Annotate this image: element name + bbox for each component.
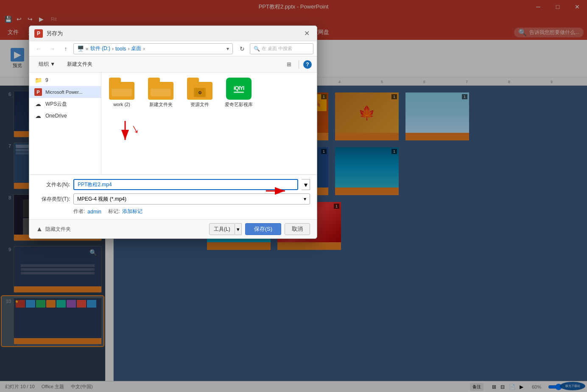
cancel-button[interactable]: 取消 bbox=[285, 223, 310, 235]
sidebar-item-label-wps: WPS云盘 bbox=[45, 101, 67, 108]
help-btn[interactable]: ? bbox=[303, 60, 312, 69]
sidebar-item-label-9: 9 bbox=[45, 77, 48, 83]
file-item-iqiyi[interactable]: iQIYI 爱奇艺影视库 bbox=[222, 76, 256, 109]
view-toggle-btn[interactable]: ⊞ bbox=[283, 59, 294, 70]
dialog-sidebar-item-9[interactable]: 📁 9 bbox=[29, 74, 101, 86]
filename-row: 文件名(N): ▾ bbox=[36, 179, 310, 190]
filetype-row: 保存类型(T): MPEG-4 视频 (*.mp4) ▾ bbox=[36, 193, 310, 204]
dialog-bottom: ▲ 隐藏文件夹 工具(L) ▾ 保存(S) 取消 bbox=[29, 219, 317, 238]
path-tools[interactable]: tools bbox=[115, 46, 126, 52]
dialog-file-area: work (2) 新建文件夹 bbox=[101, 73, 317, 174]
filetype-select[interactable]: MPEG-4 视频 (*.mp4) ▾ bbox=[73, 193, 310, 204]
file-item-work[interactable]: work (2) bbox=[105, 76, 139, 109]
folder-icon-resources: ⚙ bbox=[187, 78, 212, 100]
wps-cloud-icon: ☁ bbox=[34, 100, 42, 108]
path-drive[interactable]: 软件 (D:) bbox=[90, 45, 110, 52]
dialog-toolbar: ← → ↑ 🖥️ « 软件 (D:) › tools › 桌面 › ▾ ↻ 🔍 … bbox=[29, 41, 317, 56]
dialog-forward-btn[interactable]: → bbox=[46, 43, 58, 55]
tag-link[interactable]: 添加标记 bbox=[122, 208, 143, 215]
file-item-newfolder[interactable]: 新建文件夹 bbox=[144, 76, 178, 109]
dialog-sidebar-item-mspower[interactable]: P Microsoft Power... bbox=[29, 86, 101, 98]
dialog-sidebar: 📁 9 P Microsoft Power... ☁ WPS云盘 ☁ OneDr… bbox=[29, 73, 101, 174]
folder-icon-9: 📁 bbox=[34, 76, 42, 84]
organize-btn[interactable]: 组织 ▼ bbox=[34, 59, 59, 70]
file-name-work: work (2) bbox=[113, 101, 130, 107]
powerpoint-icon: P bbox=[34, 88, 42, 96]
dialog-overlay: P 另存为 ✕ ← → ↑ 🖥️ « 软件 (D:) › tools › 桌面 … bbox=[0, 0, 587, 392]
filename-dropdown-btn[interactable]: ▾ bbox=[302, 179, 310, 190]
dialog-action-buttons: 工具(L) ▾ 保存(S) 取消 bbox=[209, 223, 310, 235]
dialog-fields: 文件名(N): ▾ 保存类型(T): MPEG-4 视频 (*.mp4) ▾ 作… bbox=[29, 174, 317, 219]
dialog-body: 📁 9 P Microsoft Power... ☁ WPS云盘 ☁ OneDr… bbox=[29, 73, 317, 174]
save-as-dialog: P 另存为 ✕ ← → ↑ 🖥️ « 软件 (D:) › tools › 桌面 … bbox=[29, 25, 317, 239]
folder-icon-work bbox=[109, 78, 134, 100]
new-folder-btn[interactable]: 新建文件夹 bbox=[63, 59, 97, 70]
filetype-label: 保存类型(T): bbox=[36, 196, 70, 203]
filename-label: 文件名(N): bbox=[36, 181, 70, 188]
dialog-action-bar: 组织 ▼ 新建文件夹 ⊞ ? bbox=[29, 56, 317, 73]
dialog-refresh-btn[interactable]: ↻ bbox=[236, 43, 248, 55]
sidebar-item-label-onedrive: OneDrive bbox=[45, 113, 67, 119]
hide-folders-btn[interactable]: ▲ 隐藏文件夹 bbox=[36, 225, 71, 233]
file-name-resources: 资源文件 bbox=[190, 101, 209, 107]
file-name-newfolder: 新建文件夹 bbox=[149, 101, 173, 107]
meta-row: 作者: admin 标记: 添加标记 bbox=[36, 208, 310, 215]
dialog-path-bar: 🖥️ « 软件 (D:) › tools › 桌面 › ▾ bbox=[73, 43, 233, 54]
save-button[interactable]: 保存(S) bbox=[245, 223, 281, 235]
author-item: 作者: admin bbox=[73, 208, 101, 215]
dialog-title-icon: P bbox=[34, 29, 43, 38]
dialog-sidebar-item-onedrive[interactable]: ☁ OneDrive bbox=[29, 110, 101, 122]
file-name-iqiyi: 爱奇艺影视库 bbox=[225, 101, 253, 107]
folder-icon-newfolder bbox=[148, 78, 173, 100]
filename-input[interactable] bbox=[73, 179, 298, 190]
dialog-sidebar-item-wps[interactable]: ☁ WPS云盘 bbox=[29, 98, 101, 110]
dialog-back-btn[interactable]: ← bbox=[33, 43, 45, 55]
dialog-search[interactable]: 🔍 在 桌面 中搜索 bbox=[250, 43, 313, 54]
tools-arrow-btn[interactable]: ▾ bbox=[235, 223, 242, 235]
sidebar-item-label-mspower: Microsoft Power... bbox=[45, 90, 82, 95]
dialog-title-text: 另存为 bbox=[46, 30, 298, 37]
file-item-resources[interactable]: ⚙ 资源文件 bbox=[183, 76, 217, 109]
iqiyi-icon: iQIYI bbox=[226, 78, 252, 100]
author-value[interactable]: admin bbox=[87, 209, 101, 215]
path-desktop[interactable]: 桌面 bbox=[131, 45, 141, 52]
tools-btn[interactable]: 工具(L) bbox=[209, 223, 235, 235]
dialog-close-btn[interactable]: ✕ bbox=[302, 28, 312, 39]
tag-item: 标记: 添加标记 bbox=[108, 208, 143, 215]
onedrive-icon: ☁ bbox=[34, 112, 42, 120]
dialog-up-btn[interactable]: ↑ bbox=[60, 43, 72, 55]
dialog-title-bar: P 另存为 ✕ bbox=[29, 26, 317, 41]
